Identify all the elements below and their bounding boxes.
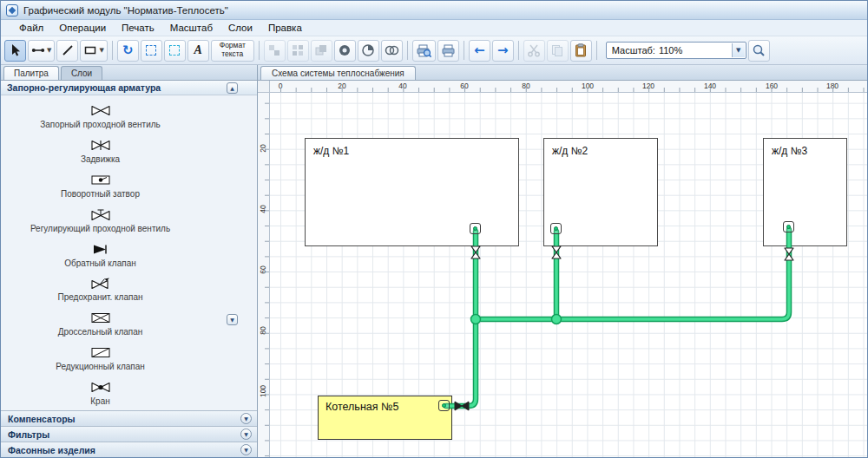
valve-symbol-building-3[interactable]	[785, 248, 793, 260]
check-valve-icon	[89, 243, 112, 256]
print-preview-button[interactable]	[412, 40, 436, 62]
rotate-tool-button[interactable]: ↻	[117, 40, 139, 62]
select-area-button[interactable]	[141, 40, 162, 62]
paste-button[interactable]	[570, 40, 592, 62]
palette-scroll-down-button[interactable]: ▼	[227, 314, 238, 325]
left-panel: Палитра Слои Запорно-регулирующая армату…	[1, 65, 258, 457]
stop-valve-icon	[89, 104, 112, 117]
toolbar-separator	[259, 41, 260, 60]
magnifier-icon	[752, 43, 766, 57]
pie-icon	[361, 43, 375, 57]
menu-layers[interactable]: Слои	[220, 21, 260, 35]
palette-item-safety-valve[interactable]: Предохранит. клапан	[13, 272, 187, 307]
palette-item-control-valve[interactable]: Регулирующий проходной вентиль	[13, 203, 187, 238]
menu-print[interactable]: Печать	[114, 21, 162, 35]
dropdown-caret-icon[interactable]: ▼	[99, 48, 103, 54]
circles-shape-button[interactable]	[381, 40, 403, 62]
expand-section-button[interactable]: ▼	[240, 413, 252, 424]
scissors-icon	[527, 43, 541, 57]
select-tool-button[interactable]	[4, 40, 26, 62]
title-bar[interactable]: Графический модуль "Норматив-Теплосеть"	[1, 1, 867, 20]
palette-item-check-valve[interactable]: Обратный клапан	[13, 238, 187, 272]
tab-palette[interactable]: Палитра	[3, 66, 59, 80]
pie-shape-button[interactable]	[358, 40, 379, 62]
ruler-corner	[258, 81, 270, 93]
pipe-tool-button[interactable]: ▼	[28, 40, 55, 62]
donut-icon	[338, 43, 352, 57]
ruler-mark: 100	[259, 381, 267, 402]
undo-button[interactable]: ←	[469, 40, 490, 62]
palette-item-reduction-valve[interactable]: Редукционный клапан	[13, 341, 187, 376]
connection-point-building-1[interactable]	[470, 223, 481, 234]
ruler-mark: 60	[460, 82, 468, 90]
butterfly-valve-icon	[89, 173, 112, 186]
donut-shape-button[interactable]	[334, 40, 356, 62]
print-button[interactable]	[437, 40, 459, 62]
print-preview-icon	[416, 43, 432, 58]
menu-file[interactable]: Файл	[11, 21, 51, 35]
connection-point-boiler[interactable]	[438, 400, 450, 411]
select-objects-button[interactable]	[164, 40, 186, 62]
scale-value: 110%	[659, 45, 682, 56]
bring-front-icon	[314, 43, 328, 57]
valve-symbol-building-2[interactable]	[552, 246, 561, 258]
section-fasonnye[interactable]: Фасонные изделия ▼	[1, 442, 257, 457]
double-circle-icon	[385, 43, 399, 57]
valve-symbol-boiler[interactable]	[455, 402, 469, 410]
rect-tool-button[interactable]: ▼	[80, 40, 107, 62]
palette-item-gate-valve[interactable]: Задвижка	[13, 134, 187, 169]
section-kompensatory[interactable]: Компенсаторы ▼	[1, 410, 257, 426]
rotate-icon: ↻	[122, 44, 134, 57]
text-tool-button[interactable]: A	[187, 40, 209, 62]
ungroup-icon	[291, 43, 305, 57]
pipe-junction-node[interactable]	[552, 315, 562, 324]
drawing-canvas[interactable]: ж/д №1 ж/д №2 ж/д №3 Котельная №5	[270, 93, 867, 457]
palette-item-tap[interactable]: Кран	[13, 376, 187, 410]
scale-label: Масштаб:	[612, 45, 655, 56]
ruler-mark: 20	[338, 82, 345, 90]
selection-rect-icon	[146, 45, 156, 56]
zoom-button[interactable]	[748, 40, 770, 62]
safety-valve-icon	[89, 277, 112, 290]
collapse-section-button[interactable]: ▲	[227, 82, 238, 94]
ungroup-button	[287, 40, 309, 62]
menu-scale[interactable]: Масштаб	[162, 21, 220, 35]
ruler-mark: 40	[259, 199, 267, 219]
pipe-segment[interactable]	[476, 230, 789, 319]
pipe-segment-icon	[31, 43, 45, 57]
palette-section-header[interactable]: Запорно-регулирующая арматура ▲	[1, 81, 257, 95]
menu-operations[interactable]: Операции	[51, 21, 114, 35]
menu-edit[interactable]: Правка	[260, 21, 310, 35]
format-text-button[interactable]: Формат текста	[211, 40, 254, 62]
expand-section-button[interactable]: ▼	[240, 444, 252, 455]
gate-valve-icon	[89, 139, 112, 152]
redo-button[interactable]: →	[492, 40, 514, 62]
toolbar-separator	[407, 41, 408, 60]
valve-symbol-building-1[interactable]	[471, 246, 480, 258]
dropdown-caret-icon[interactable]: ▼	[47, 48, 51, 54]
tap-valve-icon	[89, 381, 112, 394]
scale-combobox[interactable]: Масштаб: 110% ▼	[606, 42, 746, 59]
group-icon	[267, 43, 281, 57]
horizontal-ruler: 0 20 40 60 80 100 120 140 160 180	[270, 81, 867, 93]
pipe-network[interactable]	[270, 93, 867, 457]
connection-point-building-2[interactable]	[550, 223, 562, 234]
ruler-mark: 80	[259, 320, 267, 341]
section-filtry[interactable]: Фильтры ▼	[1, 426, 257, 442]
toolbar-separator	[518, 41, 519, 60]
expand-section-button[interactable]: ▼	[240, 429, 252, 440]
ruler-mark: 80	[522, 82, 529, 90]
palette-item-stop-valve[interactable]: Запорный проходной вентиль	[13, 100, 187, 134]
connection-dot	[442, 403, 446, 408]
pipe-junction-node[interactable]	[471, 315, 481, 324]
undo-arrow-icon: ←	[474, 44, 485, 57]
connection-point-building-3[interactable]	[783, 221, 794, 232]
scale-dropdown-button[interactable]: ▼	[732, 43, 745, 57]
document-tab[interactable]: Схема системы теплоснабжения	[260, 66, 416, 80]
palette-item-label: Запорный проходной вентиль	[40, 120, 161, 129]
palette-item-butterfly-valve[interactable]: Поворотный затвор	[13, 169, 187, 204]
tab-layers[interactable]: Слои	[61, 66, 102, 80]
line-tool-button[interactable]	[56, 40, 78, 62]
palette-item-label: Дроссельный клапан	[58, 327, 143, 337]
palette-item-throttle-valve[interactable]: Дроссельный клапан	[13, 307, 187, 342]
